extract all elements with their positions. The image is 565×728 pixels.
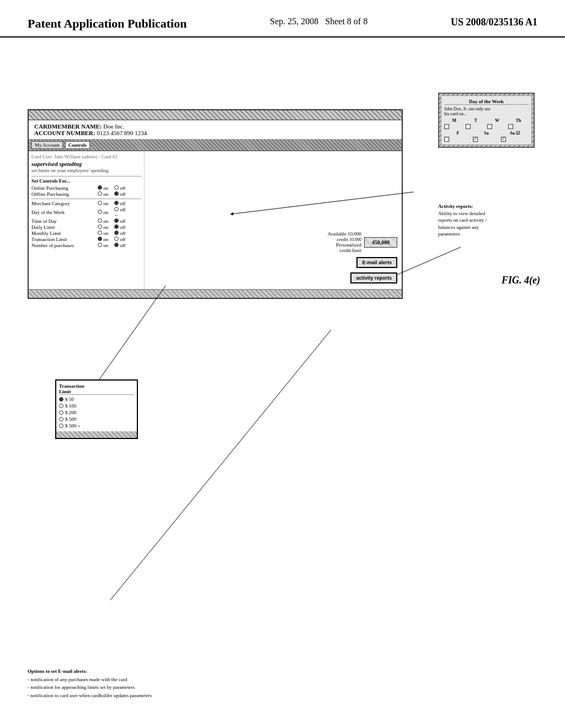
checkbox-Su[interactable] [501, 137, 506, 142]
email-alert-2: - notification for approaching limits se… [28, 683, 152, 691]
ui-right-panel: Available 10,000 credit 10,000 Personali… [145, 151, 402, 289]
radio-dl-off[interactable] [114, 224, 119, 229]
cardmember-name-value: Doe Inc. [103, 123, 124, 130]
checkbox-M[interactable] [444, 124, 449, 129]
radio-online-off[interactable] [114, 185, 119, 190]
activity-reports-button[interactable]: activity reports [350, 272, 397, 283]
svg-line-1 [397, 247, 461, 275]
page-header: Patent Application Publication Sep. 25, … [0, 0, 565, 38]
day-label-F: F [444, 131, 472, 136]
checkbox-T[interactable] [466, 124, 471, 129]
activity-reports-annotation: Activity reports: Ability to view detail… [438, 203, 535, 238]
radio-tl-50[interactable] [59, 397, 63, 402]
daily-limit-label: Daily Limit [31, 224, 98, 230]
credit-labels: Available 10,000 credit 10,000 Personali… [328, 231, 361, 253]
radio-ml-on[interactable] [98, 231, 102, 235]
card-user-label: Card User: Jake William (admin) - Card #… [31, 154, 141, 159]
checkbox-W[interactable] [487, 124, 492, 129]
tl-option-50: $ 50 [59, 397, 134, 402]
radio-tl-on[interactable] [98, 237, 102, 241]
personalized-limit-label: Personalized [328, 242, 361, 248]
header-date-sheet: Sep. 25, 2008 Sheet 8 of 8 [270, 17, 367, 26]
main-content: Day of the Week John Doe, Jr. can only u… [0, 38, 565, 721]
figure-label: FIG. 4(e) [502, 275, 540, 286]
popup-title: Day of the Week [444, 99, 529, 105]
activity-reports-title: Activity reports: [438, 204, 473, 209]
radio-tl-500plus[interactable] [59, 424, 63, 428]
day-label-Sa: Sa [473, 131, 500, 136]
radio-tl-100[interactable] [59, 404, 63, 408]
radio-tod-on[interactable] [98, 218, 102, 223]
nav-controls[interactable]: Controls [65, 141, 90, 149]
radio-dow-on[interactable] [98, 210, 102, 214]
nav-my-account[interactable]: My Account [31, 141, 63, 149]
available-credit-label: Available 10,000 [328, 231, 361, 237]
set-limits-text: set limits on your employees' spending [31, 168, 141, 173]
bottom-annotations: Options to set E-mail alerts: - notifica… [28, 667, 152, 699]
svg-line-2 [99, 286, 166, 379]
popup-description: John Doe, Jr. can only usehis card on... [444, 106, 529, 116]
bottom-shaded-bar [29, 289, 402, 298]
radio-np-off[interactable] [114, 243, 119, 247]
radio-merchant-off[interactable] [114, 201, 119, 205]
tl-option-100: $ 100 [59, 403, 134, 409]
email-alert-1: - notification of any purchases made wit… [28, 676, 152, 683]
day-label-M: M [444, 118, 465, 123]
email-alerts-options-title: Options to set E-mail alerts: [28, 667, 152, 675]
day-label-Th: Th [508, 118, 529, 123]
account-number-label: ACCOUNT NUMBER: [34, 130, 95, 136]
patent-number: US 2008/0235136 A1 [451, 17, 537, 28]
radio-tl-off[interactable] [114, 237, 119, 241]
ui-main-content: Card User: Jake William (admin) - Card #… [29, 151, 402, 289]
checkbox-Sa[interactable] [473, 137, 478, 142]
credit-area: Available 10,000 credit 10,000 Personali… [328, 231, 397, 253]
action-buttons: E-mail alerts activity reports [350, 256, 397, 285]
email-alert-3: - notification to card user when cardhol… [28, 692, 152, 699]
set-controls-header: Set Controls For... [31, 178, 141, 184]
radio-dow-off[interactable] [114, 207, 119, 211]
radio-offline-off[interactable] [114, 191, 119, 196]
radio-np-on[interactable] [98, 243, 102, 247]
supervised-spending-title: supervised spending [31, 160, 141, 167]
cardmember-info: CARDMEMBER NAME: Doe Inc. ACCOUNT NUMBER… [34, 123, 396, 136]
monthly-limit-label: Monthly Limit [31, 231, 98, 236]
tl-option-200: $ 200 [59, 410, 134, 415]
day-of-week-label: Day of the Week [31, 210, 98, 215]
activity-reports-text: Ability to view detailedreports on card … [438, 211, 487, 237]
cardmember-name-label: CARDMEMBER NAME: [34, 123, 102, 130]
online-purchasing-label: Online Purchasing [31, 185, 98, 191]
time-of-day-label: Time of Day [31, 218, 98, 224]
radio-offline-on[interactable] [98, 191, 102, 196]
radio-ml-off[interactable] [114, 231, 119, 235]
day-label-T: T [466, 118, 486, 123]
radio-tod-off[interactable] [114, 218, 119, 223]
ui-mockup: CARDMEMBER NAME: Doe Inc. ACCOUNT NUMBER… [28, 109, 403, 299]
radio-online-on[interactable] [98, 185, 102, 190]
svg-line-3 [110, 330, 331, 600]
publication-date: Sep. 25, 2008 [270, 17, 318, 26]
publication-title: Patent Application Publication [28, 17, 186, 31]
tl-box-footer [56, 431, 137, 438]
checkbox-Th[interactable] [508, 124, 513, 129]
tl-option-500plus: $ 500 + [59, 423, 134, 429]
account-number-value: 0123 4567 890 1234 [97, 130, 147, 136]
email-alerts-button[interactable]: E-mail alerts [356, 257, 397, 268]
sheet-number: Sheet 8 of 8 [325, 17, 367, 26]
num-purchases-label: Number of purchases [31, 243, 98, 248]
checkbox-F[interactable] [444, 137, 449, 142]
transaction-limit-box: TransactionLimit $ 50 $ 100 $ 200 $ 500 … [55, 379, 138, 439]
credit-limit-label: credit limit [328, 248, 361, 253]
transaction-limit-title: TransactionLimit [59, 383, 134, 395]
ui-left-panel: Card User: Jake William (admin) - Card #… [29, 151, 145, 289]
radio-tl-200[interactable] [59, 410, 63, 415]
radio-tl-500[interactable] [59, 417, 63, 421]
offline-purchasing-label: Offline Purchasing [31, 191, 98, 197]
nav-bar: My Account Controls [29, 140, 402, 151]
day-of-week-callout: Day of the Week John Doe, Jr. can only u… [438, 93, 535, 148]
radio-dl-on[interactable] [98, 224, 102, 229]
radio-merchant-on[interactable] [98, 201, 102, 205]
credit-limit-value: 450,000 [364, 237, 397, 248]
day-label-Su: Su ☑ [501, 131, 529, 136]
personalized-credit-label: credit 10,000 [328, 237, 361, 242]
merchant-category-label: Merchant Category [31, 201, 98, 206]
